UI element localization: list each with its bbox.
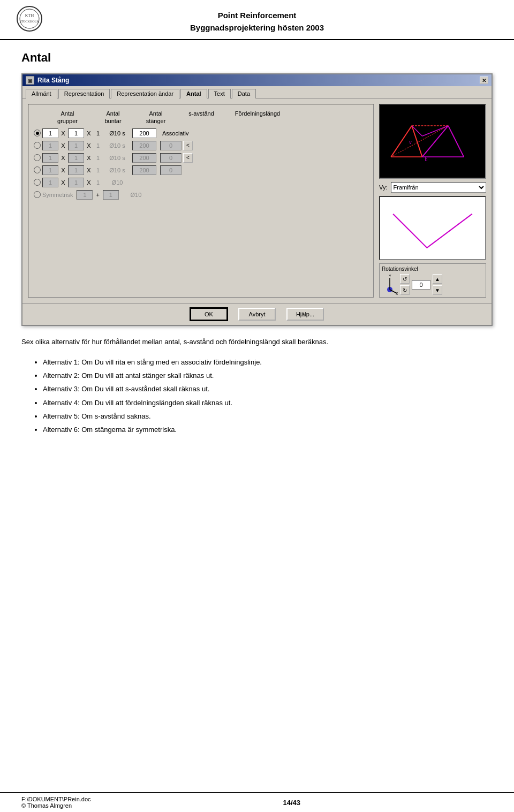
stanger-val-row4: 1 [94,167,102,173]
col-header-groups: Antalgrupper [43,110,92,125]
x-label-4b: X [86,167,92,173]
axes-icon: Y X [382,275,398,295]
tab-data[interactable]: Data [232,89,256,98]
rot-btn-group: ↺ ↻ [400,274,410,295]
tab-representation[interactable]: Representation [58,89,110,98]
body-text: Sex olika alternativ för hur förhållande… [21,337,493,347]
dialog-title: Rita Stång [37,77,69,84]
footer-filename: F:\DOKUMENT\PRein.doc [21,796,91,802]
tab-representation-andar[interactable]: Representation ändar [111,89,179,98]
dialog-buttons: OK Avbryt Hjälp... [22,303,492,325]
fordel-input-row2[interactable] [160,141,182,150]
groups-input-row3[interactable] [42,153,58,163]
svg-rect-17 [382,197,483,259]
stanger-val-row5: 1 [94,179,102,186]
s-input-row4[interactable] [132,165,156,175]
preview-3d: b v [379,104,486,179]
radio-row3[interactable] [34,154,41,161]
rot-up-button[interactable]: ▲ [433,274,442,284]
diam-row1: Ø10 s [104,130,131,136]
bullet-5: Alternativ 5: Om s-avstånd saknas. [43,410,493,422]
bullet-list: Alternativ 1: Om Du vill rita en stång m… [43,356,493,436]
x-label-1a: X [60,130,66,136]
x-label-2b: X [86,142,92,149]
buntar-input-row1[interactable] [68,128,84,138]
stanger-val-row2: 1 [94,142,102,149]
tab-text[interactable]: Text [208,89,231,98]
svg-text:STOCKHOLM: STOCKHOLM [19,20,40,23]
sym-input-1[interactable] [77,190,93,200]
x-label-3a: X [60,155,66,161]
vy-select[interactable]: Framifrån Uppifrån Från sidan [391,182,487,193]
assoc-label: Associativ [162,130,189,136]
form-panel: Antalgrupper Antalbuntar Antalstänger s-… [28,104,374,298]
help-button[interactable]: Hjälp... [286,308,324,321]
x-label-5b: X [86,179,92,186]
dialog-close-button[interactable]: ✕ [480,77,488,84]
dialog-titlebar-left: ▣ Rita Stång [26,76,69,85]
footer-page: 14/43 [283,799,301,807]
s-input-row2[interactable] [132,141,156,150]
section-heading: Antal [21,51,493,65]
page-content: Antal ▣ Rita Stång ✕ Allmänt Representat… [0,40,514,459]
radio-row6[interactable] [34,191,41,198]
form-row-5: X X 1 Ø10 [34,178,368,187]
radio-row4[interactable] [34,166,41,173]
diam-row5: Ø10 [104,179,131,186]
bullet-1: Alternativ 1: Om Du vill rita en stång m… [43,356,493,368]
sym-input-2[interactable] [103,190,119,200]
x-label-5a: X [60,179,66,186]
fordel-btn-row3[interactable]: < [183,153,193,163]
dialog-tabs: Allmänt Representation Representation än… [22,86,492,98]
dialog-titlebar: ▣ Rita Stång ✕ [22,74,492,86]
footer-copyright: © Thomas Almgren [21,802,91,809]
diam-row6: Ø10 [123,192,149,198]
bullet-6: Alternativ 6: Om stängerna är symmetrisk… [43,423,493,436]
svg-point-1 [20,9,39,28]
buntar-input-row2[interactable] [68,141,84,150]
rotation-section: Rotationsvinkel Y X ↺ ↻ [379,263,486,298]
dialog-body: Antalgrupper Antalbuntar Antalstänger s-… [22,98,492,303]
s-input-row1[interactable] [132,128,156,138]
tab-allman[interactable]: Allmänt [26,89,57,98]
form-row-3: X X 1 Ø10 s < [34,153,368,163]
radio-row2[interactable] [34,142,41,149]
diam-row3: Ø10 s [104,155,131,161]
groups-input-row5[interactable] [42,178,58,187]
s-input-row3[interactable] [132,153,156,163]
radio-row1[interactable] [34,130,41,136]
ok-button[interactable]: OK [190,308,228,321]
radio-row5[interactable] [34,179,41,186]
rot-input[interactable] [412,280,430,290]
fordel-input-row3[interactable] [160,153,182,163]
fordel-btn-row2[interactable]: < [183,141,193,150]
svg-point-0 [17,6,42,31]
preview-2d [379,196,486,260]
svg-rect-4 [381,105,485,178]
vy-row: Vy: Framifrån Uppifrån Från sidan [379,182,486,193]
rot-cw-button[interactable]: ↻ [400,285,410,295]
plus-label: + [96,192,99,198]
cancel-button[interactable]: Avbryt [238,308,276,321]
diam-row2: Ø10 s [104,142,131,149]
buntar-input-row3[interactable] [68,153,84,163]
groups-input-row1[interactable] [42,128,58,138]
groups-input-row4[interactable] [42,165,58,175]
buntar-input-row4[interactable] [68,165,84,175]
groups-input-row2[interactable] [42,141,58,150]
dialog-icon: ▣ [26,76,34,85]
tab-antal[interactable]: Antal [180,89,207,98]
logo: KTH STOCKHOLM [16,5,43,32]
page-header: KTH STOCKHOLM Point Reinforcement Byggna… [0,0,514,40]
svg-text:b: b [425,157,427,162]
buntar-input-row5[interactable] [68,178,84,187]
fordel-input-row4[interactable] [160,165,182,175]
x-label-1b: X [86,130,92,136]
rot-ccw-button[interactable]: ↺ [400,274,410,284]
svg-text:KTH: KTH [25,13,34,18]
rot-down-button[interactable]: ▼ [433,285,442,295]
bullet-4: Alternativ 4: Om Du vill att fördelnings… [43,397,493,409]
page-footer: F:\DOKUMENT\PRein.doc © Thomas Almgren 1… [0,792,514,812]
column-headers: Antalgrupper Antalbuntar Antalstänger s-… [34,110,368,125]
rot-step-group: ▲ ▼ [433,274,442,295]
